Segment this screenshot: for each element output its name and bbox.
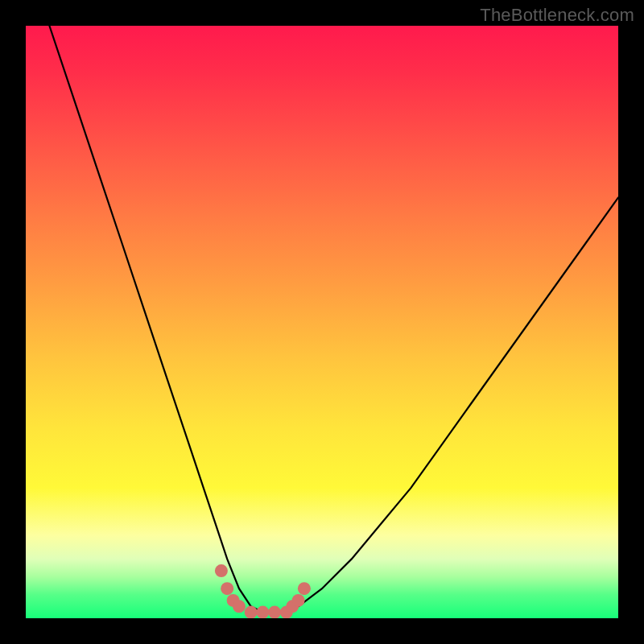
- plot-background: [26, 26, 618, 618]
- watermark-text: TheBottleneck.com: [480, 5, 634, 26]
- chart-stage: TheBottleneck.com: [0, 0, 644, 644]
